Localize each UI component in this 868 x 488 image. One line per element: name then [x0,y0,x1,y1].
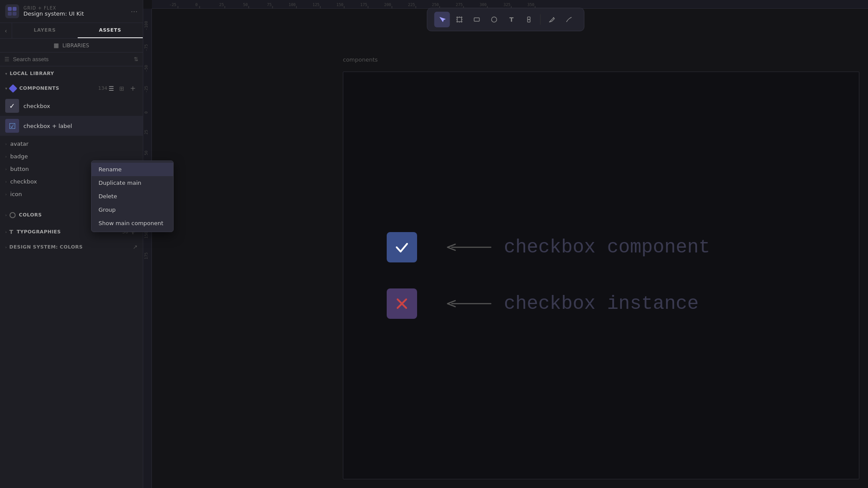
context-menu-group[interactable]: Group [92,203,143,216]
libraries-bar[interactable]: ▦ LIBRARIES [0,39,143,52]
tool-select[interactable] [434,12,450,27]
app-brand: GRID + FLEX [23,6,126,10]
component-item-checkbox[interactable]: checkbox [0,96,143,116]
context-menu-rename[interactable]: Rename [92,163,143,176]
add-component-button[interactable]: + [128,83,138,93]
svg-text:25: 25 [144,130,148,134]
library-icon: ▦ [54,42,59,49]
design-system-title: DESIGN SYSTEM: COLORS [10,244,133,250]
typo-t-icon: T [10,229,13,235]
group-arrow-icon: › [5,192,7,197]
app-title-group: GRID + FLEX Design system: UI Kit [23,6,126,17]
colors-circle-icon [10,212,16,218]
tool-rectangle[interactable] [469,12,485,27]
canvas-checkbox-main[interactable] [387,232,417,262]
group-label-button: button [10,166,29,172]
svg-rect-3 [13,12,16,16]
design-system-link-icon: ↗ [133,244,138,250]
svg-rect-20 [528,20,530,22]
svg-text:25: 25 [219,3,224,7]
app-icon [5,4,19,18]
svg-text:325: 325 [503,3,510,7]
group-arrow-badge: › [5,154,7,159]
app-bar: GRID + FLEX Design system: UI Kit ⋯ [0,0,143,23]
context-menu-duplicate[interactable]: Duplicate main [92,176,143,190]
svg-text:0: 0 [144,111,148,114]
component-thumb-checkbox [5,99,19,113]
svg-text:175: 175 [360,3,367,7]
ruler-left: -100 -75 -50 -25 0 25 50 75 100 125 150 … [143,9,152,488]
group-label-badge: badge [10,153,28,160]
group-arrow-button: › [5,167,7,171]
ruler-top: -25 0 25 50 75 100 125 150 175 200 225 2… [152,0,868,9]
toolbar: T [427,8,585,31]
svg-text:50: 50 [144,151,148,155]
app-name: Design system: UI Kit [23,10,126,17]
design-system-header[interactable]: › DESIGN SYSTEM: COLORS ↗ [0,239,143,255]
local-library-arrow: ▾ [5,72,7,76]
component-thumb-checkbox-label [5,119,19,133]
search-input[interactable] [13,56,130,62]
svg-text:225: 225 [408,3,415,7]
context-menu-show-main[interactable]: Show main component [92,216,143,230]
group-item-avatar[interactable]: › avatar [0,138,143,150]
group-arrow-checkbox: › [5,180,7,184]
local-library-title: LOCAL LIBRARY [10,71,138,76]
tool-component[interactable] [521,12,537,27]
svg-text:-25: -25 [169,3,176,7]
svg-text:-25: -25 [144,86,148,93]
filter-icon[interactable]: ☰ [4,56,10,62]
tab-layers[interactable]: LAYERS [12,23,78,38]
svg-text:50: 50 [243,3,248,7]
component-item-checkbox-label[interactable]: checkbox + label [0,116,143,136]
group-arrow-avatar: › [5,142,7,146]
context-menu: Rename Duplicate main Delete Group Show … [91,160,143,232]
svg-text:0: 0 [195,3,197,7]
canvas-frame[interactable]: checkbox component checkbox instance [343,72,859,479]
components-title: COMPONENTS [20,85,96,91]
tool-pen[interactable] [544,12,560,27]
sort-icon[interactable]: ⇅ [134,56,138,62]
svg-text:250: 250 [432,3,439,7]
grid-view-button[interactable]: ⊞ [118,84,126,93]
svg-text:200: 200 [384,3,391,7]
svg-rect-2 [8,12,12,16]
tool-ellipse[interactable] [487,12,502,27]
colors-arrow: › [5,213,7,217]
back-button[interactable]: ‹ [0,23,12,38]
components-arrow: ▾ [5,86,7,91]
svg-text:75: 75 [267,3,272,7]
tabs-bar: ‹ LAYERS ASSETS [0,23,143,39]
typo-arrow: › [5,230,7,234]
svg-rect-19 [528,17,530,20]
svg-rect-4 [457,17,462,22]
design-system-arrow: › [5,245,7,249]
svg-text:-50: -50 [144,65,148,72]
group-label-icon: icon [10,191,22,197]
toolbar-divider [540,14,541,25]
components-header[interactable]: ▾ COMPONENTS 134 ☰ ⊞ + [0,79,143,96]
svg-text:300: 300 [480,3,487,7]
svg-rect-0 [8,7,12,11]
tool-pencil[interactable] [562,12,577,27]
sidebar: GRID + FLEX Design system: UI Kit ⋯ ‹ LA… [0,0,143,488]
local-library-header[interactable]: ▾ LOCAL LIBRARY [0,66,143,79]
main-canvas-area: T -25 0 25 50 75 [143,0,868,488]
components-diamond-icon [9,84,17,93]
tab-assets[interactable]: ASSETS [78,23,143,38]
svg-text:175: 175 [144,252,148,259]
svg-rect-17 [474,18,480,21]
group-label-checkbox-group: checkbox [10,178,37,185]
canvas-label: components [343,56,378,63]
canvas-row-instance: checkbox instance [387,288,699,319]
context-menu-delete[interactable]: Delete [92,190,143,203]
tool-text[interactable]: T [504,12,519,27]
canvas-row-main: checkbox component [387,232,710,262]
canvas-checkbox-instance[interactable] [387,288,417,319]
svg-text:150: 150 [336,3,343,7]
group-label-avatar: avatar [10,141,29,147]
app-menu-button[interactable]: ⋯ [131,7,138,16]
list-view-button[interactable]: ☰ [107,84,115,93]
tool-frame[interactable] [452,12,467,27]
svg-text:150: 150 [144,232,148,239]
